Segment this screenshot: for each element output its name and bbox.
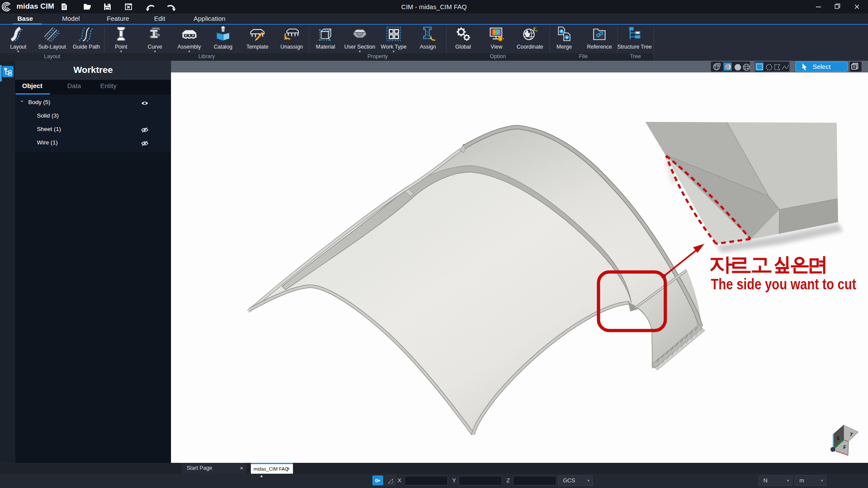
svg-text:R: R <box>718 63 720 66</box>
svg-text:F: F <box>843 445 846 450</box>
